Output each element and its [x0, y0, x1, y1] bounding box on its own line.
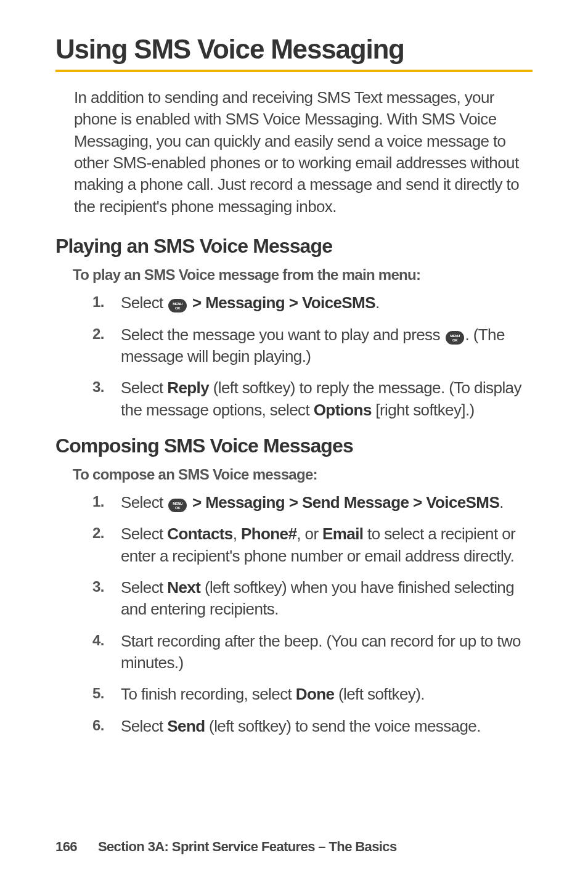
text: [right softkey].): [372, 401, 475, 419]
steps-composing: Select MENUOK > Messaging > Send Message…: [92, 492, 533, 737]
text: .: [499, 493, 504, 512]
text: (left softkey).: [334, 685, 424, 703]
send-label: Send: [167, 717, 205, 735]
svg-text:OK: OK: [175, 506, 181, 510]
section-heading-playing: Playing an SMS Voice Message: [55, 235, 533, 258]
text: Select: [121, 525, 167, 543]
svg-text:MENU: MENU: [173, 502, 183, 505]
next-label: Next: [167, 578, 200, 597]
svg-text:OK: OK: [175, 306, 181, 310]
email-label: Email: [322, 525, 363, 543]
done-label: Done: [296, 685, 335, 703]
step-1: Select MENUOK > Messaging > Send Message…: [92, 492, 533, 513]
menu-ok-icon: MENUOK: [168, 299, 187, 312]
text: .: [375, 293, 380, 312]
section-heading-composing: Composing SMS Voice Messages: [55, 435, 533, 457]
page-title: Using SMS Voice Messaging: [55, 34, 533, 72]
reply-label: Reply: [167, 378, 209, 397]
step-6: Select Send (left softkey) to send the v…: [92, 716, 533, 737]
text: Select: [121, 493, 167, 512]
text: ,: [233, 525, 241, 543]
step-4: Start recording after the beep. (You can…: [92, 631, 533, 674]
text: Select the message you want to play and …: [121, 325, 444, 344]
contacts-label: Contacts: [167, 525, 232, 543]
intro-paragraph: In addition to sending and receiving SMS…: [74, 87, 533, 218]
options-label: Options: [314, 401, 372, 419]
menu-ok-icon: MENUOK: [168, 499, 187, 512]
step-3: Select Next (left softkey) when you have…: [92, 577, 533, 621]
section-label: Section 3A: Sprint Service Features – Th…: [98, 839, 397, 854]
steps-playing: Select MENUOK > Messaging > VoiceSMS. Se…: [92, 292, 533, 421]
text: To finish recording, select: [121, 685, 296, 703]
lead-playing: To play an SMS Voice message from the ma…: [73, 266, 533, 284]
text: Select: [121, 293, 167, 312]
step-2: Select Contacts, Phone#, or Email to sel…: [92, 523, 533, 567]
page-footer: 166Section 3A: Sprint Service Features –…: [55, 839, 397, 855]
text: Start recording after the beep. (You can…: [121, 632, 521, 672]
text: Select: [121, 717, 167, 735]
menu-path: > Messaging > Send Message > VoiceSMS: [188, 493, 499, 512]
page-number: 166: [55, 839, 77, 854]
text: Select: [121, 578, 167, 597]
text: Select: [121, 378, 167, 397]
step-5: To finish recording, select Done (left s…: [92, 684, 533, 705]
menu-ok-icon: MENUOK: [446, 331, 464, 345]
phone-label: Phone#: [241, 525, 296, 543]
svg-text:MENU: MENU: [173, 302, 183, 306]
text: , or: [296, 525, 322, 543]
svg-text:OK: OK: [452, 338, 458, 342]
svg-text:MENU: MENU: [450, 334, 460, 338]
page: Using SMS Voice Messaging In addition to…: [0, 0, 588, 882]
step-2: Select the message you want to play and …: [92, 324, 533, 368]
menu-path: > Messaging > VoiceSMS: [188, 293, 375, 312]
step-3: Select Reply (left softkey) to reply the…: [92, 377, 533, 421]
text: (left softkey) to send the voice message…: [205, 717, 480, 735]
step-1: Select MENUOK > Messaging > VoiceSMS.: [92, 292, 533, 314]
lead-composing: To compose an SMS Voice message:: [73, 466, 533, 483]
